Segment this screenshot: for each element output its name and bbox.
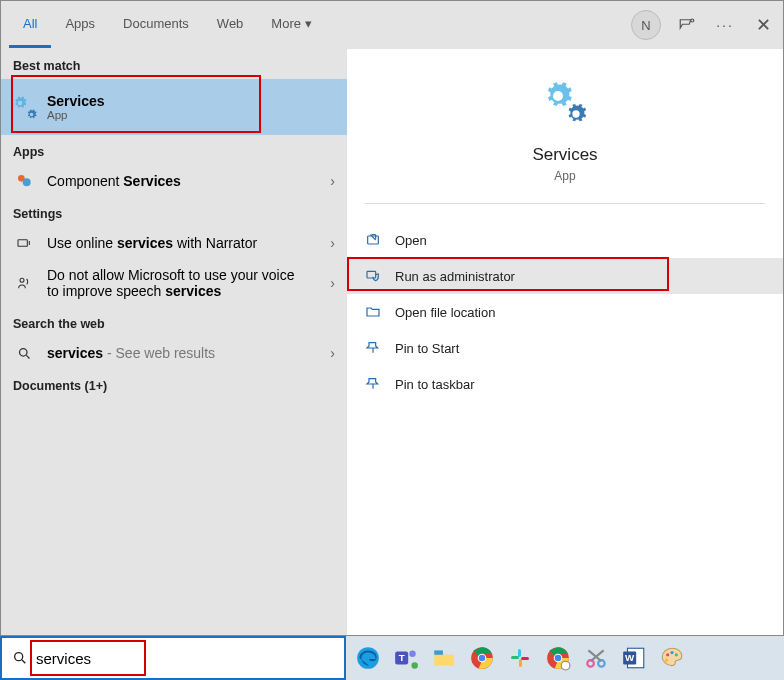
settings-result-1-label: Do not allow Microsoft to use your voice… [47,267,297,299]
apps-result-label: Component Services [47,173,181,189]
filter-tabs: All Apps Documents Web More ▾ [9,2,326,48]
svg-text:W: W [625,652,635,663]
action-open-location[interactable]: Open file location [347,294,783,330]
best-match-header: Best match [1,49,347,79]
settings-result-1[interactable]: Do not allow Microsoft to use your voice… [1,259,347,307]
admin-shield-icon [365,268,381,284]
search-box[interactable] [0,636,346,680]
taskbar-edge-icon[interactable] [352,642,384,674]
tab-web[interactable]: Web [203,2,258,48]
web-header: Search the web [1,307,347,337]
preview-subtitle: App [554,169,575,183]
svg-rect-19 [511,656,519,659]
more-options-icon[interactable]: ··· [713,13,737,37]
chevron-right-icon: › [330,275,335,291]
action-pin-taskbar-label: Pin to taskbar [395,377,475,392]
chevron-right-icon: › [330,345,335,361]
settings-result-0[interactable]: Use online services with Narrator › [1,227,347,259]
services-large-icon [541,79,589,127]
pin-icon [365,340,381,356]
component-services-icon [13,173,35,189]
tab-apps[interactable]: Apps [51,2,109,48]
tab-all[interactable]: All [9,2,51,48]
best-match-title: Services [47,93,105,109]
action-run-admin[interactable]: Run as administrator [347,258,783,294]
chevron-right-icon: › [330,235,335,251]
preview-hero: Services App [347,49,783,203]
settings-result-0-label: Use online services with Narrator [47,235,257,251]
svg-rect-7 [367,271,376,278]
open-icon [365,232,381,248]
documents-header: Documents (1+) [1,369,347,399]
svg-point-4 [20,278,24,282]
svg-point-5 [19,348,27,356]
titlebar: All Apps Documents Web More ▾ N ··· ✕ [1,1,783,49]
feedback-icon[interactable] [675,13,699,37]
services-icon [13,96,35,118]
search-icon [13,346,35,361]
taskbar-snip-icon[interactable] [580,642,612,674]
svg-point-33 [675,653,678,656]
best-match-result[interactable]: Services App [1,79,347,135]
titlebar-controls: N ··· ✕ [631,10,775,40]
apps-result-0[interactable]: Component Services › [1,165,347,197]
svg-point-8 [15,653,23,661]
taskbar: T W [346,636,784,680]
results-body: Best match Services App Apps [1,49,783,635]
svg-rect-14 [434,650,443,654]
tab-documents[interactable]: Documents [109,2,203,48]
svg-point-12 [409,650,416,657]
taskbar-slack-icon[interactable] [504,642,536,674]
web-result-label: services - See web results [47,345,215,361]
svg-point-2 [23,178,31,186]
taskbar-explorer-icon[interactable] [428,642,460,674]
tab-more[interactable]: More ▾ [257,2,325,48]
svg-rect-3 [18,240,27,247]
bottom-bar: T W [0,636,784,680]
svg-point-31 [666,653,669,656]
svg-rect-21 [521,657,529,660]
speech-icon [13,275,35,291]
taskbar-teams-icon[interactable]: T [390,642,422,674]
best-match-subtitle: App [47,109,105,121]
folder-icon [365,304,381,320]
user-avatar[interactable]: N [631,10,661,40]
svg-point-17 [479,655,486,662]
preview-pane: Services App Open Run as administrator O… [347,49,783,635]
search-window: All Apps Documents Web More ▾ N ··· ✕ Be… [0,0,784,636]
web-result[interactable]: services - See web results › [1,337,347,369]
svg-rect-18 [518,649,521,657]
results-list: Best match Services App Apps [1,49,347,635]
svg-point-34 [665,659,668,662]
chevron-right-icon: › [330,173,335,189]
search-icon [12,650,28,666]
svg-point-24 [555,655,562,662]
action-pin-taskbar[interactable]: Pin to taskbar [347,366,783,402]
search-input[interactable] [36,650,334,667]
action-pin-start[interactable]: Pin to Start [347,330,783,366]
action-open-location-label: Open file location [395,305,495,320]
svg-rect-20 [519,659,522,667]
settings-header: Settings [1,197,347,227]
action-open[interactable]: Open [347,222,783,258]
action-pin-start-label: Pin to Start [395,341,459,356]
close-icon[interactable]: ✕ [751,13,775,37]
svg-text:T: T [399,652,405,663]
apps-header: Apps [1,135,347,165]
narrator-icon [13,235,35,251]
action-run-admin-label: Run as administrator [395,269,515,284]
svg-point-25 [561,661,570,670]
svg-point-13 [411,662,418,669]
svg-point-32 [670,651,673,654]
taskbar-chrome-icon[interactable] [466,642,498,674]
action-list: Open Run as administrator Open file loca… [347,222,783,402]
preview-title: Services [532,145,597,165]
pin-icon [365,376,381,392]
taskbar-paint-icon[interactable] [656,642,688,674]
action-open-label: Open [395,233,427,248]
taskbar-word-icon[interactable]: W [618,642,650,674]
svg-point-0 [691,19,694,22]
taskbar-chrome2-icon[interactable] [542,642,574,674]
